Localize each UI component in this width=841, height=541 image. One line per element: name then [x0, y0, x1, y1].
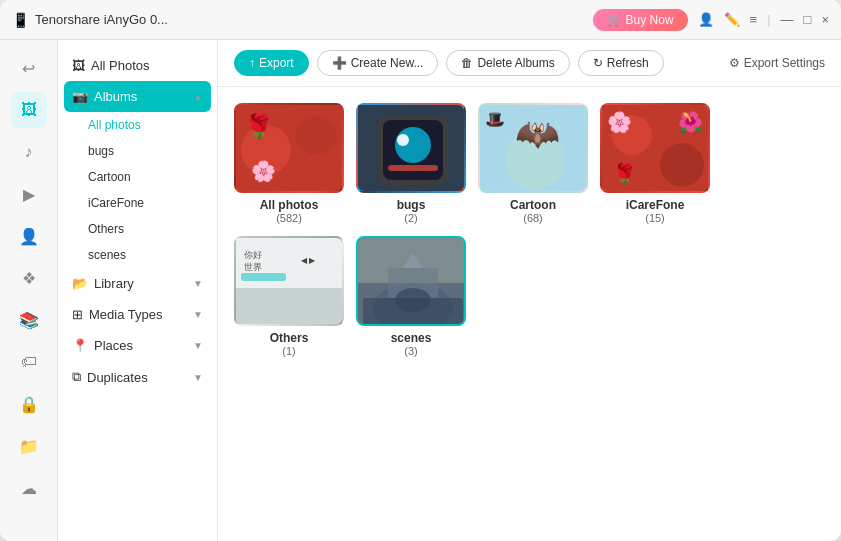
duplicates-label: Duplicates — [87, 370, 148, 385]
sidebar-media-types-header[interactable]: ⊞ Media Types ▼ — [58, 299, 217, 330]
duplicates-icon: ⧉ — [72, 369, 81, 385]
library-icon: 📂 — [72, 276, 88, 291]
maximize-button[interactable]: □ — [804, 12, 812, 27]
sidebar: 🖼 All Photos 📷 Albums ▲ All photos bugs … — [58, 40, 218, 541]
main-window: 📱 Tenorshare iAnyGo 0... 🛒 Buy Now 👤 ✏️ … — [0, 0, 841, 541]
grid-thumb-scenes — [356, 236, 466, 326]
photo-grid: 🌹 🌷 🌹 🌸 All photos (582) — [218, 87, 841, 541]
rail-back-icon[interactable]: ↩ — [11, 50, 47, 86]
media-types-icon: ⊞ — [72, 307, 83, 322]
icon-rail: ↩ 🖼 ♪ ▶ 👤 ❖ 📚 🏷 🔒 📁 ☁ — [0, 40, 58, 541]
grid-label-scenes: scenes — [391, 331, 432, 345]
grid-item-bugs[interactable]: bugs (2) — [356, 103, 466, 224]
sidebar-sub-bugs[interactable]: bugs — [58, 138, 217, 164]
rail-books-icon[interactable]: 📚 — [11, 302, 47, 338]
sidebar-places-header[interactable]: 📍 Places ▼ — [58, 330, 217, 361]
grid-thumb-cartoon: 🦇 🎩 — [478, 103, 588, 193]
grid-item-scenes[interactable]: scenes (3) — [356, 236, 466, 357]
library-label: Library — [94, 276, 134, 291]
refresh-label: Refresh — [607, 56, 649, 70]
grid-count-icarefone: (15) — [645, 212, 665, 224]
close-button[interactable]: × — [821, 12, 829, 27]
albums-label: Albums — [94, 89, 137, 104]
main-content: ↑ Export ➕ Create New... 🗑 Delete Albums… — [218, 40, 841, 541]
create-icon: ➕ — [332, 56, 347, 70]
sidebar-duplicates-header[interactable]: ⧉ Duplicates ▼ — [58, 361, 217, 393]
albums-chevron: ▲ — [193, 91, 203, 102]
toolbar: ↑ Export ➕ Create New... 🗑 Delete Albums… — [218, 40, 841, 87]
grid-thumb-bugs — [356, 103, 466, 193]
app-body: ↩ 🖼 ♪ ▶ 👤 ❖ 📚 🏷 🔒 📁 ☁ 🖼 All Photos 📷 Alb… — [0, 40, 841, 541]
rail-tag-icon[interactable]: 🏷 — [11, 344, 47, 380]
media-types-chevron: ▼ — [193, 309, 203, 320]
minimize-button[interactable]: — — [781, 12, 794, 27]
grid-item-cartoon[interactable]: 🦇 🎩 Cartoon (68) — [478, 103, 588, 224]
grid-item-icarefone[interactable]: 🌸 🌺 🌹 iCareFone (15) — [600, 103, 710, 224]
places-label: Places — [94, 338, 133, 353]
sidebar-sub-others[interactable]: Others — [58, 216, 217, 242]
sidebar-library-header[interactable]: 📂 Library ▼ — [58, 268, 217, 299]
grid-label-others: Others — [270, 331, 309, 345]
grid-thumb-others: 你好 世界 ◀ ▶ — [234, 236, 344, 326]
export-icon: ↑ — [249, 56, 255, 70]
buy-now-label: Buy Now — [626, 13, 674, 27]
rail-music-icon[interactable]: ♪ — [11, 134, 47, 170]
grid-label-bugs: bugs — [397, 198, 426, 212]
sidebar-item-all-photos[interactable]: 🖼 All Photos — [58, 50, 217, 81]
menu-icon-btn[interactable]: ≡ — [750, 12, 758, 27]
sidebar-sub-scenes[interactable]: scenes — [58, 242, 217, 268]
sidebar-sub-cartoon[interactable]: Cartoon — [58, 164, 217, 190]
rail-photos-icon[interactable]: 🖼 — [11, 92, 47, 128]
refresh-button[interactable]: ↻ Refresh — [578, 50, 664, 76]
app-title: Tenorshare iAnyGo 0... — [35, 12, 593, 27]
sub-icarefone-label: iCareFone — [88, 196, 144, 210]
grid-count-cartoon: (68) — [523, 212, 543, 224]
export-button[interactable]: ↑ Export — [234, 50, 309, 76]
export-settings-button[interactable]: ⚙ Export Settings — [729, 56, 825, 70]
svg-point-2 — [296, 115, 336, 155]
delete-albums-label: Delete Albums — [477, 56, 554, 70]
rail-contact-icon[interactable]: 👤 — [11, 218, 47, 254]
buy-now-button[interactable]: 🛒 Buy Now — [593, 9, 688, 31]
grid-thumb-allphotos: 🌹 🌷 🌹 🌸 — [234, 103, 344, 193]
media-types-label: Media Types — [89, 307, 162, 322]
delete-albums-button[interactable]: 🗑 Delete Albums — [446, 50, 569, 76]
export-label: Export — [259, 56, 294, 70]
svg-text:世界: 世界 — [244, 262, 262, 272]
svg-rect-18 — [241, 273, 286, 281]
create-new-button[interactable]: ➕ Create New... — [317, 50, 439, 76]
sub-others-label: Others — [88, 222, 124, 236]
grid-count-others: (1) — [282, 345, 295, 357]
refresh-icon: ↻ — [593, 56, 603, 70]
svg-point-7 — [397, 134, 409, 146]
grid-item-allphotos[interactable]: 🌹 🌷 🌹 🌸 All photos (582) — [234, 103, 344, 224]
rail-apps-icon[interactable]: ❖ — [11, 260, 47, 296]
grid-thumb-icarefone: 🌸 🌺 🌹 — [600, 103, 710, 193]
rail-cloud-icon[interactable]: ☁ — [11, 470, 47, 506]
edit-icon-btn[interactable]: ✏️ — [724, 12, 740, 27]
albums-icon: 📷 — [72, 89, 88, 104]
titlebar: 📱 Tenorshare iAnyGo 0... 🛒 Buy Now 👤 ✏️ … — [0, 0, 841, 40]
export-settings-label: Export Settings — [744, 56, 825, 70]
sidebar-albums-header[interactable]: 📷 Albums ▲ — [64, 81, 211, 112]
grid-item-others[interactable]: 你好 世界 ◀ ▶ Others (1) — [234, 236, 344, 357]
svg-point-13 — [660, 143, 704, 187]
svg-text:你好: 你好 — [244, 250, 262, 260]
sidebar-sub-all-photos[interactable]: All photos — [58, 112, 217, 138]
places-chevron: ▼ — [193, 340, 203, 351]
svg-rect-26 — [363, 298, 463, 326]
sidebar-sub-icarefone[interactable]: iCareFone — [58, 190, 217, 216]
duplicates-chevron: ▼ — [193, 372, 203, 383]
rail-security-icon[interactable]: 🔒 — [11, 386, 47, 422]
window-controls: 👤 ✏️ ≡ | — □ × — [698, 12, 829, 27]
svg-rect-8 — [388, 165, 438, 171]
grid-count-scenes: (3) — [404, 345, 417, 357]
grid-label-cartoon: Cartoon — [510, 198, 556, 212]
rail-file-icon[interactable]: 📁 — [11, 428, 47, 464]
sub-bugs-label: bugs — [88, 144, 114, 158]
grid-label-allphotos: All photos — [260, 198, 319, 212]
library-chevron: ▼ — [193, 278, 203, 289]
rail-video-icon[interactable]: ▶ — [11, 176, 47, 212]
user-icon-btn[interactable]: 👤 — [698, 12, 714, 27]
sub-all-photos-label: All photos — [88, 118, 141, 132]
